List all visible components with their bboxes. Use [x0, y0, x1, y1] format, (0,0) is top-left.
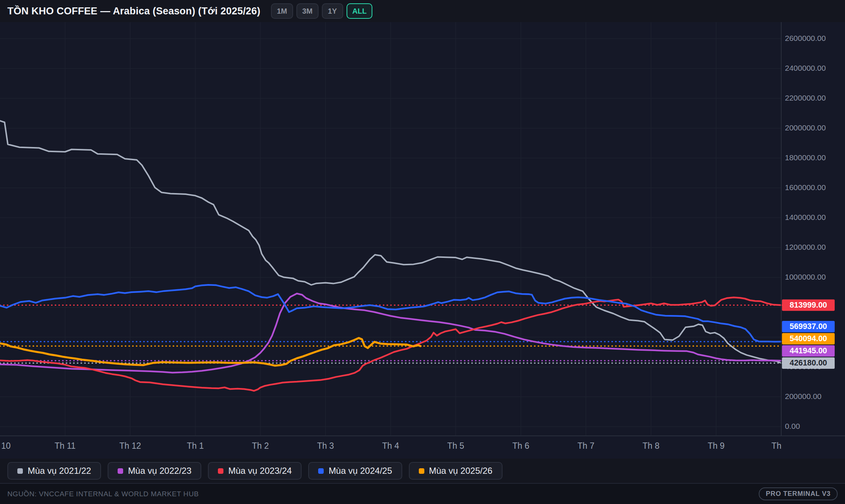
x-axis-tick-label: Th 4 [382, 441, 399, 451]
x-axis-tick-label: Th 3 [317, 441, 334, 451]
legend-swatch-2023-24 [218, 468, 223, 474]
x-axis-tick-label: Th 6 [512, 441, 529, 451]
range-button-1y[interactable]: 1Y [322, 3, 343, 19]
x-axis-tick-label: Th 9 [707, 441, 724, 451]
page-title: TỒN KHO COFFEE — Arabica (Season) (Tới 2… [7, 6, 260, 17]
y-axis-tick-label: 1800000.00 [785, 153, 826, 162]
legend-label: Mùa vụ 2023/24 [228, 466, 292, 476]
y-axis-tick-label: 1000000.00 [785, 273, 826, 281]
x-axis-tick-label: Th 7 [577, 441, 594, 451]
legend-swatch-2021-22 [17, 468, 23, 474]
x-axis-tick-label: 10 [1, 441, 11, 451]
legend-item-2025-26[interactable]: Mùa vụ 2025/26 [409, 462, 503, 480]
legend-item-2021-22[interactable]: Mùa vụ 2021/22 [7, 462, 101, 480]
legend-swatch-2024-25 [318, 468, 324, 474]
y-axis-tick-label: 2600000.00 [785, 34, 826, 42]
source-text: NGUỒN: VNCCAFE INTERNAL & WORLD MARKET H… [7, 490, 199, 498]
price-label-value-2025-26: 540094.00 [790, 334, 827, 343]
terminal-app: TỒN KHO COFFEE — Arabica (Season) (Tới 2… [0, 0, 845, 504]
y-axis-tick-label: 0.00 [785, 422, 800, 430]
chart-area[interactable]: 2600000.002400000.002200000.002000000.00… [0, 22, 845, 459]
y-axis-tick-label: 2000000.00 [785, 123, 826, 132]
x-axis-tick-label: Th 2 [252, 441, 269, 451]
legend-label: Mùa vụ 2024/25 [328, 466, 392, 476]
y-axis-tick-label: 2400000.00 [785, 64, 826, 72]
terminal-version-badge: PRO TERMINAL V3 [759, 487, 838, 500]
footer-bar: NGUỒN: VNCCAFE INTERNAL & WORLD MARKET H… [0, 483, 845, 504]
price-label-value-2024-25: 569937.00 [790, 322, 827, 331]
x-axis-tick-label: Th 5 [447, 441, 464, 451]
legend-item-2023-24[interactable]: Mùa vụ 2023/24 [208, 462, 302, 480]
y-axis-tick-label: 2200000.00 [785, 94, 826, 102]
legend-item-2024-25[interactable]: Mùa vụ 2024/25 [308, 462, 402, 480]
x-axis-tick-label: Th 1 [187, 441, 204, 451]
y-axis-tick-label: 1400000.00 [785, 213, 826, 221]
price-label-value-2021-22: 426180.00 [790, 358, 827, 367]
legend-bar: Mùa vụ 2021/22Mùa vụ 2022/23Mùa vụ 2023/… [0, 459, 845, 483]
legend-label: Mùa vụ 2025/26 [429, 466, 493, 476]
y-axis-tick-label: 1600000.00 [785, 183, 826, 192]
range-button-3m[interactable]: 3M [296, 3, 319, 19]
y-axis-tick-label: 1200000.00 [785, 243, 826, 251]
x-axis-tick-label: Th 11 [55, 441, 76, 451]
x-axis-tick-label: Th 8 [643, 441, 660, 451]
legend-item-2022-23[interactable]: Mùa vụ 2022/23 [108, 462, 201, 480]
range-button-all[interactable]: ALL [347, 3, 373, 19]
range-button-group: 1M3M1YALL [271, 3, 372, 19]
price-label-value-2023-24: 813999.00 [790, 301, 827, 309]
legend-swatch-2025-26 [419, 468, 424, 474]
chart-background [0, 22, 845, 459]
x-axis-tick-label: Th 12 [119, 441, 141, 451]
legend-label: Mùa vụ 2022/23 [128, 466, 191, 476]
range-button-1m[interactable]: 1M [271, 3, 293, 19]
legend-swatch-2022-23 [118, 468, 123, 474]
chart-svg: 2600000.002400000.002200000.002000000.00… [0, 22, 845, 459]
price-label-value-2022-23: 441945.00 [790, 346, 827, 355]
header-bar: TỒN KHO COFFEE — Arabica (Season) (Tới 2… [0, 0, 845, 22]
x-axis-tick-label: Th [772, 441, 782, 451]
y-axis-tick-label: 200000.00 [785, 392, 821, 400]
legend-label: Mùa vụ 2021/22 [28, 466, 91, 476]
